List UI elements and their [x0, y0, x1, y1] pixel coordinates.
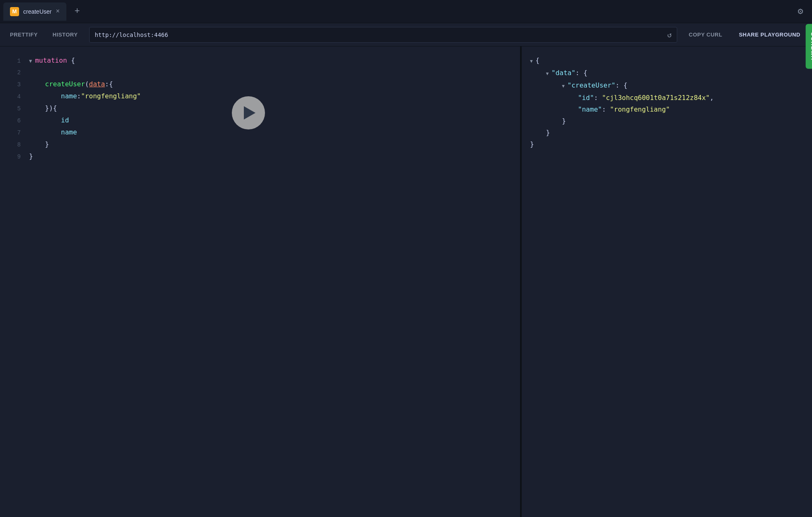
token: data [89, 80, 105, 88]
result-panel: ▼ { ▼ "data": { ▼ "createUser": { "id": … [522, 46, 812, 517]
result-token: } [562, 117, 566, 125]
line-number: 2 [8, 67, 21, 78]
token: createUser [45, 80, 85, 88]
token: }) [45, 104, 53, 112]
result-content: ▼ "data": { [530, 67, 587, 80]
tab-close-button[interactable]: × [56, 8, 60, 15]
result-content: } [530, 139, 534, 150]
add-tab-button[interactable]: + [70, 4, 85, 19]
result-token [530, 81, 562, 89]
line-number: 6 [8, 115, 21, 127]
token [29, 128, 61, 136]
token: } [29, 152, 33, 160]
result-token: "id" [578, 94, 594, 102]
result-token: : { [615, 81, 627, 89]
line-number: 7 [8, 127, 21, 139]
result-content: } [530, 127, 550, 139]
tab-bar: M createUser × + ⚙ [0, 0, 812, 23]
result-line: } [530, 115, 804, 127]
result-token: : [594, 94, 602, 102]
token: : [77, 92, 81, 100]
result-line: ▼ "createUser": { [530, 80, 804, 92]
line-content: }){ [29, 102, 57, 114]
line-number: 3 [8, 79, 21, 90]
result-line: "id": "cjl3ohcq6001t0a71s212z84x", [530, 92, 804, 104]
schema-tab-button[interactable]: SCHEMA [805, 24, 812, 69]
result-token: ▼ [530, 59, 535, 64]
result-content: "name": "rongfengliang" [530, 104, 670, 115]
result-token [530, 69, 546, 77]
result-line: ▼ { [530, 55, 804, 67]
result-token: "data" [552, 69, 576, 77]
line-content: } [29, 139, 49, 150]
editor-line: 7 name [0, 127, 520, 139]
line-content: id [29, 115, 69, 126]
editor-line: 8 } [0, 139, 520, 151]
panel-divider[interactable] [520, 46, 522, 517]
history-button[interactable]: HISTORY [46, 28, 85, 41]
tab-createuser[interactable]: M createUser × [3, 2, 66, 21]
token [29, 140, 45, 148]
token: ( [85, 80, 89, 88]
line-number: 5 [8, 103, 21, 115]
result-token: "cjl3ohcq6001t0a71s212z84x" [602, 94, 710, 102]
result-token [530, 117, 562, 125]
token [29, 116, 61, 124]
line-number: 1 [8, 55, 21, 67]
execute-button[interactable] [232, 96, 265, 129]
url-bar: ↺ [89, 27, 677, 43]
result-token: } [530, 140, 534, 148]
token: name [61, 128, 77, 136]
settings-button[interactable]: ⚙ [792, 3, 809, 20]
tab-label: createUser [23, 8, 51, 15]
result-line: } [530, 139, 804, 150]
result-token: : [602, 105, 610, 113]
token: { [109, 80, 113, 88]
url-reset-button[interactable]: ↺ [667, 30, 672, 39]
share-playground-button[interactable]: SHARE PLAYGROUND [731, 28, 809, 41]
editor-line: 1▼ mutation { [0, 55, 520, 67]
result-token: } [546, 129, 550, 137]
result-token: , [710, 94, 714, 102]
result-token: ▼ [546, 71, 552, 76]
result-content: ▼ "createUser": { [530, 80, 627, 92]
copy-curl-button[interactable]: COPY CURL [682, 28, 729, 41]
token: } [45, 140, 49, 148]
line-content: } [29, 151, 33, 162]
result-token: "name" [578, 105, 602, 113]
tab-icon: M [10, 7, 19, 16]
token [29, 80, 45, 88]
editor-line: 2 [0, 67, 520, 78]
result-line: "name": "rongfengliang" [530, 104, 804, 115]
line-number: 8 [8, 139, 21, 151]
result-content: ▼ { [530, 55, 540, 67]
token: { [67, 56, 75, 64]
result-line: } [530, 127, 804, 139]
result-line: ▼ "data": { [530, 67, 804, 80]
result-content: } [530, 115, 566, 127]
url-input[interactable] [95, 32, 667, 38]
token: id [61, 116, 69, 124]
result-content: "id": "cjl3ohcq6001t0a71s212z84x", [530, 92, 714, 104]
result-token: "createUser" [567, 81, 615, 89]
result-token [530, 129, 546, 137]
toolbar: PRETTIFY HISTORY ↺ COPY CURL SHARE PLAYG… [0, 23, 812, 46]
result-token: { [535, 56, 540, 64]
token [29, 92, 61, 100]
line-content: createUser(data:{ [29, 78, 113, 90]
result-token [530, 94, 578, 102]
line-number: 9 [8, 151, 21, 163]
token: ▼ [29, 58, 35, 64]
result-token: ▼ [562, 83, 567, 89]
result-token: : { [576, 69, 588, 77]
token: "rongfengliang" [81, 92, 141, 100]
line-content: name:"rongfengliang" [29, 90, 141, 102]
result-token: "rongfengliang" [610, 105, 670, 113]
token: name [61, 92, 77, 100]
token: mutation [35, 56, 67, 64]
line-content: name [29, 127, 77, 138]
token [29, 104, 45, 112]
editor-line: 3 createUser(data:{ [0, 78, 520, 90]
result-token [530, 105, 578, 113]
prettify-button[interactable]: PRETTIFY [3, 28, 44, 41]
